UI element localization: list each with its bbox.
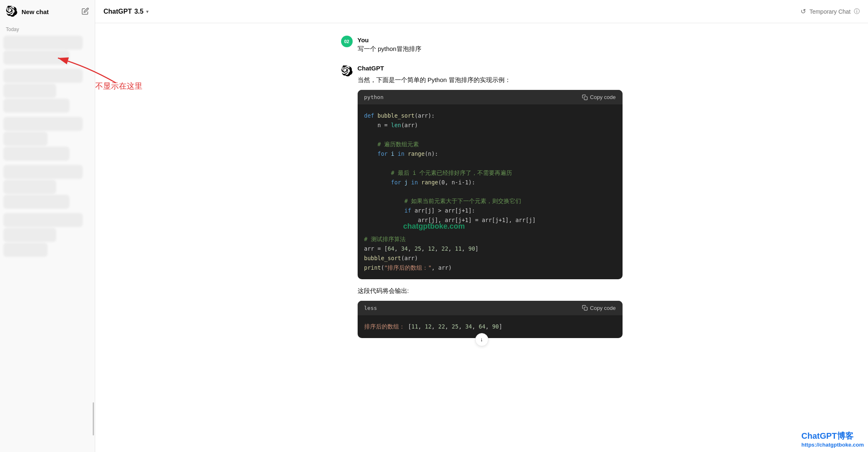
svg-rect-2: [584, 307, 588, 311]
svg-rect-1: [584, 97, 588, 100]
chatgpt-icon: [341, 65, 353, 77]
code-content: def bubble_sort(arr): n = len(arr) # 遍历数…: [364, 111, 616, 273]
output-lang-label: less: [364, 305, 377, 311]
assistant-name: ChatGPT: [358, 65, 623, 72]
list-item[interactable]: [3, 213, 83, 227]
list-item[interactable]: [3, 132, 48, 146]
list-item[interactable]: [3, 180, 56, 194]
list-item[interactable]: [3, 99, 70, 113]
list-item[interactable]: [3, 84, 56, 98]
sidebar-header: New chat: [0, 0, 95, 23]
logo-area[interactable]: New chat: [6, 6, 49, 17]
new-chat-label: New chat: [22, 8, 49, 15]
user-message-content: You 写一个 python冒泡排序: [358, 36, 421, 53]
sidebar: New chat Today: [0, 0, 95, 452]
avatar: 02: [341, 36, 353, 47]
list-item[interactable]: [3, 228, 56, 242]
chat-area[interactable]: 02 You 写一个 python冒泡排序 ChatGPT 当然，下面是一个简单…: [95, 23, 868, 452]
assistant-content: ChatGPT 当然，下面是一个简单的 Python 冒泡排序的实现示例： py…: [358, 65, 623, 345]
list-item[interactable]: [3, 51, 70, 65]
list-item[interactable]: [3, 165, 83, 179]
today-label: Today: [0, 23, 95, 34]
code-header: python Copy code: [358, 90, 623, 104]
assistant-message: ChatGPT 当然，下面是一个简单的 Python 冒泡排序的实现示例： py…: [341, 65, 623, 345]
list-item[interactable]: [3, 117, 83, 131]
user-text: 写一个 python冒泡排序: [358, 45, 421, 53]
scroll-down-icon: ↓: [480, 336, 483, 343]
topbar-right: ↺ Temporary Chat ⓘ: [801, 7, 860, 15]
copy-output-button[interactable]: Copy code: [582, 305, 616, 311]
copy-icon: [582, 94, 588, 100]
list-item[interactable]: [3, 69, 83, 83]
chevron-down-icon: ▾: [146, 9, 149, 15]
user-message: 02 You 写一个 python冒泡排序: [341, 36, 623, 53]
code-lang-label: python: [364, 94, 384, 100]
output-content: 排序后的数组： [11, 12, 22, 25, 34, 64, 90]: [364, 322, 616, 331]
model-name: ChatGPT: [103, 8, 132, 15]
model-version: 3.5: [134, 8, 143, 15]
output-code-header: less Copy code: [358, 301, 623, 315]
list-item[interactable]: [3, 36, 83, 50]
list-item[interactable]: [3, 243, 48, 257]
code-body: def bubble_sort(arr): n = len(arr) # 遍历数…: [358, 104, 623, 279]
chatgpt-logo-icon: [6, 6, 17, 17]
scroll-down-button[interactable]: ↓: [475, 333, 488, 346]
main-content: ChatGPT 3.5 ▾ ↺ Temporary Chat ⓘ 02 You …: [95, 0, 868, 452]
copy-code-label: Copy code: [590, 94, 616, 100]
model-selector[interactable]: ChatGPT 3.5 ▾: [103, 8, 149, 15]
code-block-output: less Copy code 排序后的数组： [11, 12, 22, 25, …: [358, 301, 623, 338]
temp-chat-icon: ↺: [801, 7, 806, 15]
list-item[interactable]: [3, 195, 70, 209]
copy-output-label: Copy code: [590, 305, 616, 311]
list-item[interactable]: [3, 147, 70, 161]
sidebar-items-list: [0, 34, 95, 452]
user-name: You: [358, 36, 421, 44]
edit-icon[interactable]: [82, 7, 89, 16]
output-text: 这段代码将会输出:: [358, 286, 623, 296]
assistant-intro-text: 当然，下面是一个简单的 Python 冒泡排序的实现示例：: [358, 75, 623, 85]
temp-chat-label: Temporary Chat: [809, 8, 851, 15]
output-code-body: 排序后的数组： [11, 12, 22, 25, 34, 64, 90]: [358, 315, 623, 338]
info-icon[interactable]: ⓘ: [854, 8, 860, 15]
copy-code-button[interactable]: Copy code: [582, 94, 616, 100]
copy-output-icon: [582, 305, 588, 311]
topbar: ChatGPT 3.5 ▾ ↺ Temporary Chat ⓘ: [95, 0, 868, 23]
chat-content: 02 You 写一个 python冒泡排序 ChatGPT 当然，下面是一个简单…: [333, 36, 631, 353]
code-block-python: python Copy code def bubble_sort(arr):: [358, 90, 623, 279]
